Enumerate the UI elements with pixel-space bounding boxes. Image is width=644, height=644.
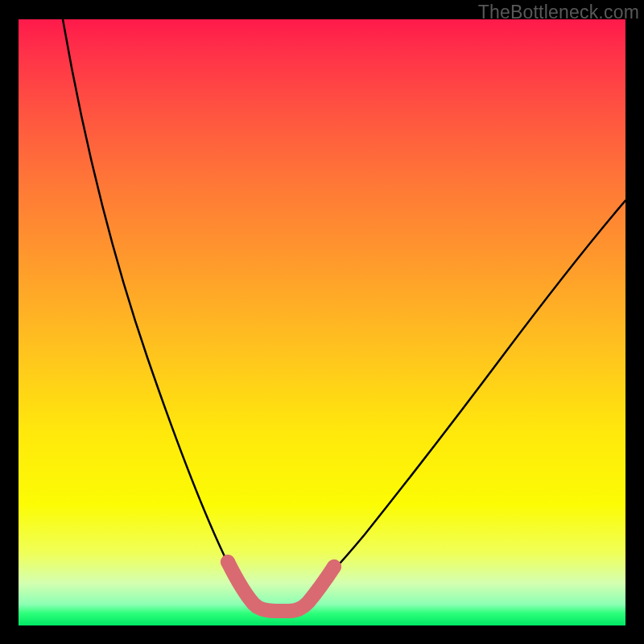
pink-dot-right bbox=[327, 559, 341, 574]
curves-svg bbox=[19, 19, 625, 625]
plot-frame bbox=[19, 19, 625, 625]
watermark-text: TheBottleneck.com bbox=[478, 2, 639, 23]
right-curve bbox=[303, 200, 625, 600]
pink-dot-left bbox=[221, 555, 235, 569]
left-curve bbox=[63, 19, 252, 600]
pink-u-overlay bbox=[228, 562, 334, 611]
